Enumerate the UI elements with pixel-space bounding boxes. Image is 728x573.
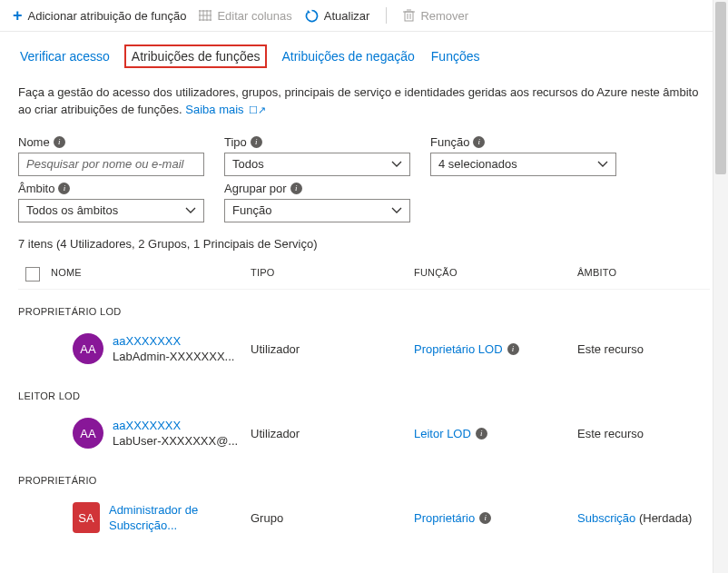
edit-columns-label: Editar colunas: [217, 9, 291, 23]
select-all-checkbox[interactable]: [25, 267, 40, 282]
avatar: AA: [73, 418, 103, 449]
groupby-filter-select[interactable]: Função: [224, 199, 410, 222]
table-body: PROPRIETÁRIO LODAAaaXXXXXXXLabAdmin-XXXX…: [18, 290, 710, 543]
tab-bar: Verificar acesso Atribuições de funções …: [18, 44, 710, 68]
scrollbar-thumb[interactable]: [715, 2, 726, 174]
role-filter-select[interactable]: 4 selecionados: [430, 153, 616, 176]
columns-icon: [199, 10, 212, 21]
group-header: LEITOR LOD: [18, 374, 710, 409]
group-header: PROPRIETÁRIO: [18, 459, 710, 493]
desc-body: Faça a gestão do acesso dos utilizadores…: [18, 85, 698, 116]
type-cell: Utilizador: [251, 427, 414, 440]
table-header: NOME TIPO FUNÇÃO ÂMBITO: [18, 263, 710, 290]
info-icon[interactable]: i: [54, 136, 65, 148]
tab-check-access[interactable]: Verificar acesso: [18, 46, 112, 66]
identity-name-link[interactable]: aaXXXXXXX: [113, 333, 234, 350]
role-link[interactable]: Leitor LODi: [414, 427, 487, 440]
table-row[interactable]: AAaaXXXXXXXLabAdmin-XXXXXXX...Utilizador…: [18, 324, 710, 374]
edit-columns-button: Editar colunas: [199, 7, 291, 25]
filters-row-2: Âmbito i Todos os âmbitos Agrupar por i …: [18, 182, 710, 222]
info-icon[interactable]: i: [507, 343, 519, 355]
refresh-label: Atualizar: [324, 9, 370, 23]
group-header: PROPRIETÁRIO LOD: [18, 290, 710, 324]
groupby-filter-label: Agrupar por i: [224, 182, 410, 195]
info-icon[interactable]: i: [251, 136, 262, 148]
name-search-input[interactable]: [18, 153, 204, 176]
delete-icon: [403, 9, 415, 22]
external-link-icon: ☐↗: [246, 104, 266, 115]
info-icon[interactable]: i: [58, 183, 70, 194]
results-count: 7 itens (4 Utilizadores, 2 Grupos, 1 Pri…: [18, 237, 710, 251]
scope-link[interactable]: Subscrição: [577, 511, 635, 525]
scope-cell: Subscrição (Herdada): [577, 511, 723, 525]
learn-more-link[interactable]: Saiba mais ☐↗: [185, 103, 265, 116]
col-name[interactable]: NOME: [51, 267, 251, 282]
role-filter-label: Função i: [430, 135, 616, 149]
vertical-scrollbar[interactable]: [713, 0, 728, 573]
info-icon[interactable]: i: [479, 512, 491, 524]
name-filter-label: Nome i: [18, 135, 204, 149]
scope-filter-select[interactable]: Todos os âmbitos: [18, 199, 204, 222]
info-icon[interactable]: i: [476, 428, 487, 440]
role-link[interactable]: Proprietário LODi: [414, 342, 519, 356]
identity-subtext: LabUser-XXXXXXX@...: [113, 433, 238, 450]
refresh-button[interactable]: Atualizar: [305, 7, 370, 25]
avatar: AA: [73, 333, 103, 364]
type-cell: Grupo: [251, 511, 414, 525]
type-cell: Utilizador: [251, 342, 414, 356]
add-role-assignment-button[interactable]: + Adicionar atribuição de função: [13, 5, 186, 25]
identity-subtext: LabAdmin-XXXXXXX...: [113, 349, 234, 365]
tab-deny-assignments[interactable]: Atribuições de negação: [280, 46, 416, 66]
refresh-icon: [305, 9, 319, 23]
remove-button: Remover: [403, 7, 468, 25]
info-icon[interactable]: i: [473, 136, 485, 148]
info-icon[interactable]: i: [290, 183, 302, 194]
type-filter-label: Tipo i: [224, 135, 410, 149]
add-label: Adicionar atribuição de função: [28, 9, 187, 23]
content-area: Verificar acesso Atribuições de funções …: [0, 32, 728, 568]
col-role[interactable]: FUNÇÃO: [414, 267, 577, 282]
col-scope[interactable]: ÂMBITO: [577, 267, 704, 282]
plus-icon: +: [13, 7, 23, 24]
scope-cell: Este recurso: [577, 342, 723, 356]
role-link[interactable]: Proprietárioi: [414, 511, 491, 525]
remove-label: Remover: [420, 9, 468, 23]
tab-roles[interactable]: Funções: [429, 46, 482, 66]
role-assignments-table: NOME TIPO FUNÇÃO ÂMBITO PROPRIETÁRIO LOD…: [18, 263, 710, 543]
svg-rect-7: [405, 12, 413, 21]
col-type[interactable]: TIPO: [251, 267, 414, 282]
type-filter-select[interactable]: Todos: [224, 153, 410, 176]
filters-row-1: Nome i Tipo i Todos Função i 4 seleciona…: [18, 135, 710, 176]
avatar: SA: [73, 502, 100, 533]
table-row[interactable]: SAAdministrador de Subscrição...GrupoPro…: [18, 493, 710, 543]
identity-name-link[interactable]: Administrador de Subscrição...: [109, 502, 251, 534]
scope-filter-label: Âmbito i: [18, 182, 204, 195]
table-row[interactable]: AAaaXXXXXXXLabUser-XXXXXXX@...Utilizador…: [18, 409, 710, 459]
scope-cell: Este recurso: [577, 427, 723, 440]
tab-role-assignments[interactable]: Atribuições de funções: [124, 44, 268, 68]
identity-name-link[interactable]: aaXXXXXXX: [113, 418, 238, 434]
toolbar-divider: [386, 7, 387, 24]
command-bar: + Adicionar atribuição de função Editar …: [0, 0, 728, 32]
description-text: Faça a gestão do acesso dos utilizadores…: [18, 84, 710, 119]
